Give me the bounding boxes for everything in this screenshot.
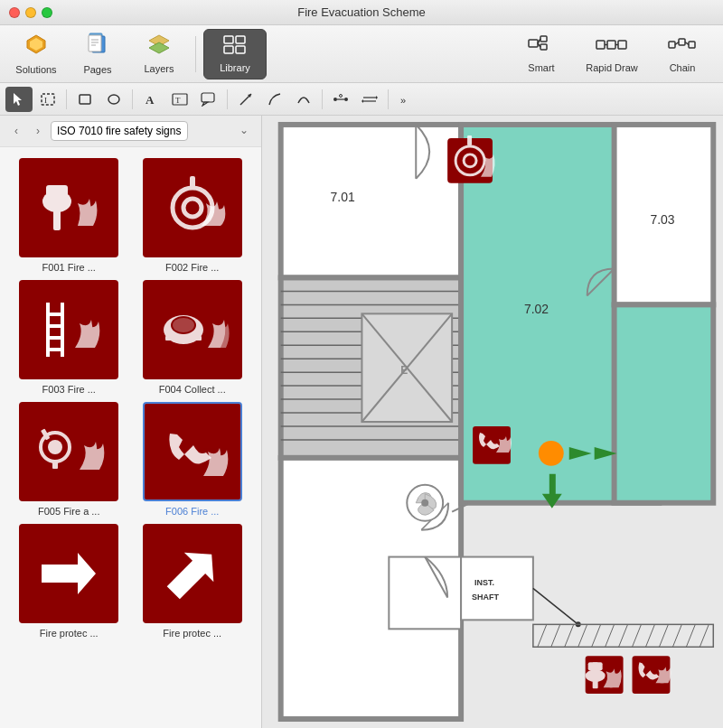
svg-point-45 xyxy=(340,94,343,97)
close-button[interactable] xyxy=(9,7,20,18)
pen-tool[interactable] xyxy=(261,87,288,112)
left-panel: ‹ › ISO 7010 fire safety signs Fire Safe… xyxy=(0,116,262,728)
window-title: Fire Evacuation Scheme xyxy=(297,5,426,19)
select-tool[interactable] xyxy=(5,87,33,112)
icon-label: F005 Fire a ... xyxy=(38,506,99,517)
maximize-button[interactable] xyxy=(42,7,52,18)
more-tool[interactable]: » xyxy=(393,87,420,112)
prev-library-button[interactable]: ‹ xyxy=(7,122,25,140)
svg-rect-33 xyxy=(80,95,90,104)
svg-text:7.03: 7.03 xyxy=(650,212,674,227)
toolbar-right: Smart Rapid Draw xyxy=(508,29,716,79)
svg-rect-51 xyxy=(28,167,109,248)
svg-rect-58 xyxy=(190,176,195,190)
svg-marker-30 xyxy=(14,93,22,106)
rapid-draw-icon xyxy=(596,35,628,60)
svg-marker-9 xyxy=(149,42,169,53)
icon-preview xyxy=(19,402,118,501)
svg-point-142 xyxy=(586,669,606,682)
rectangle-tool[interactable] xyxy=(71,87,99,112)
svg-point-34 xyxy=(108,95,119,104)
rapid-draw-button[interactable]: Rapid Draw xyxy=(578,29,645,79)
solutions-label: Solutions xyxy=(15,64,56,75)
toolbar: Solutions Pages Layers xyxy=(0,25,723,83)
text-select-tool[interactable]: I xyxy=(34,87,61,112)
library-label: Library xyxy=(220,62,250,73)
library-header: ‹ › ISO 7010 fire safety signs Fire Safe… xyxy=(0,116,261,147)
textbox-tool[interactable]: T xyxy=(166,87,193,112)
icon-preview xyxy=(143,524,242,623)
icon-preview xyxy=(19,524,118,623)
svg-rect-4 xyxy=(89,35,101,51)
svg-text:»: » xyxy=(400,95,406,106)
layers-button[interactable]: Layers xyxy=(130,29,188,79)
svg-rect-111 xyxy=(461,557,533,621)
list-item[interactable]: F002 Fire ... xyxy=(135,158,251,273)
floor-plan-svg: 7.01 E xyxy=(262,116,723,728)
next-library-button[interactable]: › xyxy=(29,122,47,140)
svg-rect-17 xyxy=(540,44,547,50)
list-item[interactable]: Fire protec ... xyxy=(135,524,251,639)
solutions-button[interactable]: Solutions xyxy=(7,29,65,79)
list-item[interactable]: F004 Collect ... xyxy=(135,280,251,395)
title-bar: Fire Evacuation Scheme xyxy=(0,0,723,25)
smart-label: Smart xyxy=(528,62,554,73)
svg-point-135 xyxy=(539,441,564,466)
svg-rect-25 xyxy=(669,42,675,48)
chain-button[interactable]: Chain xyxy=(649,29,716,79)
pages-button[interactable]: Pages xyxy=(69,29,127,79)
library-icon xyxy=(223,35,247,60)
svg-rect-26 xyxy=(679,39,685,45)
library-select-wrapper: ISO 7010 fire safety signs Fire Safety E… xyxy=(51,121,254,141)
svg-point-73 xyxy=(48,440,62,454)
tool-sep-5 xyxy=(388,89,389,109)
rapid-draw-label: Rapid Draw xyxy=(586,62,637,73)
list-item[interactable]: F001 Fire ... xyxy=(11,158,127,273)
callout-tool[interactable] xyxy=(195,87,222,112)
ellipse-tool[interactable] xyxy=(100,87,127,112)
icon-preview-selected xyxy=(143,402,242,501)
list-item[interactable]: F006 Fire ... xyxy=(135,402,251,517)
icon-preview xyxy=(143,280,242,379)
curve-tool[interactable] xyxy=(290,87,317,112)
svg-rect-14 xyxy=(236,46,245,53)
svg-rect-133 xyxy=(467,135,472,145)
icon-preview xyxy=(143,158,242,257)
svg-marker-48 xyxy=(376,96,378,99)
tool-sep-3 xyxy=(227,89,228,109)
svg-point-43 xyxy=(344,98,348,101)
svg-rect-106 xyxy=(615,304,714,502)
svg-text:7.01: 7.01 xyxy=(331,190,355,204)
library-select[interactable]: ISO 7010 fire safety signs Fire Safety E… xyxy=(51,121,188,141)
icon-label: F003 Fire ... xyxy=(42,384,96,395)
connect-two-tool[interactable] xyxy=(356,87,383,112)
svg-marker-39 xyxy=(202,102,208,106)
svg-rect-68 xyxy=(165,336,202,341)
pages-icon xyxy=(87,33,108,61)
icon-label: Fire protec ... xyxy=(40,628,99,639)
text-tool[interactable]: A xyxy=(137,87,164,112)
line-tool[interactable] xyxy=(232,87,259,112)
pages-label: Pages xyxy=(83,64,111,75)
svg-rect-38 xyxy=(202,93,214,102)
library-button[interactable]: Library xyxy=(203,29,267,79)
svg-rect-11 xyxy=(224,36,233,43)
svg-rect-16 xyxy=(540,36,547,42)
icon-grid: F001 Fire ... xyxy=(0,147,261,649)
smart-icon xyxy=(528,35,555,60)
canvas-area[interactable]: 7.01 E xyxy=(262,116,723,728)
chain-label: Chain xyxy=(670,62,696,73)
svg-text:SHAFT: SHAFT xyxy=(472,593,499,602)
svg-point-54 xyxy=(42,191,71,212)
smart-button[interactable]: Smart xyxy=(508,29,575,79)
svg-point-146 xyxy=(421,499,428,507)
solutions-icon xyxy=(24,33,48,61)
svg-rect-21 xyxy=(607,41,615,49)
list-item[interactable]: Fire protec ... xyxy=(11,524,127,639)
icon-preview xyxy=(19,280,118,379)
tools-bar: I A T xyxy=(0,83,723,116)
list-item[interactable]: F005 Fire a ... xyxy=(11,402,127,517)
minimize-button[interactable] xyxy=(25,7,36,18)
connector-tool[interactable] xyxy=(327,87,354,112)
list-item[interactable]: F003 Fire ... xyxy=(11,280,127,395)
